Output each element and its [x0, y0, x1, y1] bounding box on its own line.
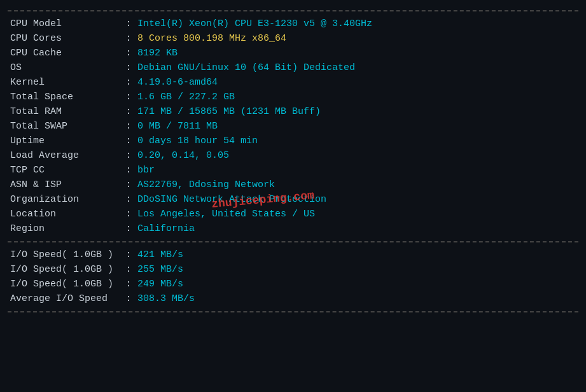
io-row: I/O Speed( 1.0GB ):249 MB/s [8, 277, 578, 291]
info-label: CPU Cache [8, 46, 122, 60]
bottom-divider [8, 311, 578, 312]
info-row: Kernel:4.19.0-6-amd64 [8, 75, 578, 90]
main-container: zhujiceping.com CPU Model:Intel(R) Xeon(… [8, 10, 578, 312]
info-label: TCP CC [8, 163, 122, 178]
io-label: I/O Speed( 1.0GB ) [8, 248, 122, 262]
info-row: ASN & ISP:AS22769, Ddosing Network [8, 178, 578, 192]
info-colon: : [122, 134, 135, 148]
io-value: 249 MB/s [135, 277, 578, 291]
middle-divider [8, 241, 578, 242]
info-value: 4.19.0-6-amd64 [135, 75, 578, 90]
info-value: DDoSING Network Attack Protection [135, 192, 578, 207]
info-row: CPU Cache:8192 KB [8, 46, 578, 60]
io-label: I/O Speed( 1.0GB ) [8, 277, 122, 291]
info-value: 171 MB / 15865 MB (1231 MB Buff) [135, 104, 578, 119]
info-colon: : [122, 31, 135, 46]
info-row: Total SWAP:0 MB / 7811 MB [8, 119, 578, 134]
io-label: Average I/O Speed [8, 291, 122, 306]
info-row: Region:California [8, 221, 578, 236]
info-value: California [135, 221, 578, 236]
info-value: Debian GNU/Linux 10 (64 Bit) Dedicated [135, 60, 578, 75]
info-label: Load Average [8, 148, 122, 163]
io-value: 308.3 MB/s [135, 291, 578, 306]
info-label: OS [8, 60, 122, 75]
info-row: OS:Debian GNU/Linux 10 (64 Bit) Dedicate… [8, 60, 578, 75]
info-value: 0.20, 0.14, 0.05 [135, 148, 578, 163]
info-row: Uptime:0 days 18 hour 54 min [8, 134, 578, 148]
info-colon: : [122, 46, 135, 60]
io-value: 255 MB/s [135, 262, 578, 277]
info-row: Organization:DDoSING Network Attack Prot… [8, 192, 578, 207]
info-colon: : [122, 221, 135, 236]
info-colon: : [122, 178, 135, 192]
info-colon: : [122, 163, 135, 178]
system-info-table: CPU Model:Intel(R) Xeon(R) CPU E3-1230 v… [8, 17, 578, 236]
info-label: Total Space [8, 90, 122, 104]
info-label: Location [8, 207, 122, 221]
info-label: CPU Model [8, 17, 122, 31]
info-colon: : [122, 192, 135, 207]
info-row: Total RAM:171 MB / 15865 MB (1231 MB Buf… [8, 104, 578, 119]
info-row: Total Space:1.6 GB / 227.2 GB [8, 90, 578, 104]
info-label: Region [8, 221, 122, 236]
io-colon: : [122, 291, 135, 306]
io-row: Average I/O Speed:308.3 MB/s [8, 291, 578, 306]
info-value: 1.6 GB / 227.2 GB [135, 90, 578, 104]
info-value: 0 days 18 hour 54 min [135, 134, 578, 148]
info-label: Kernel [8, 75, 122, 90]
info-label: Total SWAP [8, 119, 122, 134]
io-table: I/O Speed( 1.0GB ):421 MB/sI/O Speed( 1.… [8, 248, 578, 306]
info-value: Intel(R) Xeon(R) CPU E3-1230 v5 @ 3.40GH… [135, 17, 578, 31]
io-colon: : [122, 248, 135, 262]
info-label: CPU Cores [8, 31, 122, 46]
info-colon: : [122, 90, 135, 104]
info-value: 0 MB / 7811 MB [135, 119, 578, 134]
info-colon: : [122, 60, 135, 75]
info-label: ASN & ISP [8, 178, 122, 192]
info-row: CPU Cores:8 Cores 800.198 MHz x86_64 [8, 31, 578, 46]
info-colon: : [122, 119, 135, 134]
info-label: Organization [8, 192, 122, 207]
io-colon: : [122, 262, 135, 277]
info-colon: : [122, 104, 135, 119]
info-row: TCP CC:bbr [8, 163, 578, 178]
info-colon: : [122, 17, 135, 31]
io-section: I/O Speed( 1.0GB ):421 MB/sI/O Speed( 1.… [8, 248, 578, 306]
info-value: AS22769, Ddosing Network [135, 178, 578, 192]
io-row: I/O Speed( 1.0GB ):255 MB/s [8, 262, 578, 277]
info-value: bbr [135, 163, 578, 178]
info-colon: : [122, 148, 135, 163]
info-value: Los Angeles, United States / US [135, 207, 578, 221]
io-value: 421 MB/s [135, 248, 578, 262]
info-colon: : [122, 207, 135, 221]
info-label: Uptime [8, 134, 122, 148]
info-row: CPU Model:Intel(R) Xeon(R) CPU E3-1230 v… [8, 17, 578, 31]
info-row: Load Average:0.20, 0.14, 0.05 [8, 148, 578, 163]
io-label: I/O Speed( 1.0GB ) [8, 262, 122, 277]
info-row: Location:Los Angeles, United States / US [8, 207, 578, 221]
info-colon: : [122, 75, 135, 90]
info-value: 8 Cores 800.198 MHz x86_64 [135, 31, 578, 46]
top-divider [8, 10, 578, 11]
io-colon: : [122, 277, 135, 291]
info-label: Total RAM [8, 104, 122, 119]
io-row: I/O Speed( 1.0GB ):421 MB/s [8, 248, 578, 262]
system-info-section: zhujiceping.com CPU Model:Intel(R) Xeon(… [8, 17, 578, 236]
info-value: 8192 KB [135, 46, 578, 60]
